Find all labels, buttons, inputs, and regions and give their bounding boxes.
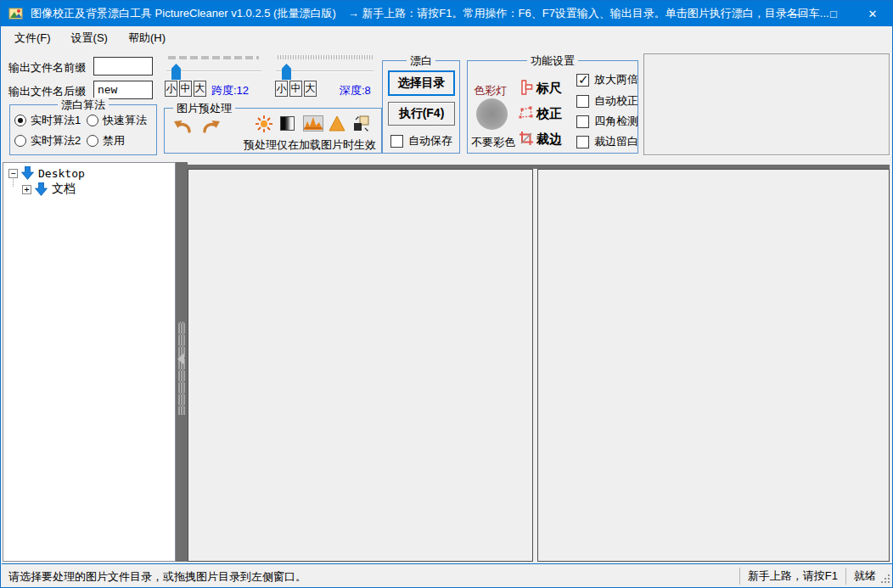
correct-icon — [519, 105, 534, 123]
zoom-double-checkbox[interactable]: 放大两倍 — [576, 72, 638, 87]
crop-icon — [519, 131, 534, 148]
gamma-icon[interactable] — [328, 115, 346, 132]
directory-tree-panel[interactable]: − Desktop + 文档 — [3, 162, 176, 562]
prefix-label: 输出文件名前缀 — [8, 60, 86, 76]
maximize-button[interactable]: □ — [814, 1, 853, 26]
radio-circle — [14, 115, 26, 126]
vertical-splitter[interactable] — [176, 162, 188, 562]
select-directory-button[interactable]: 选择目录 — [388, 70, 455, 96]
prefix-input[interactable] — [93, 57, 153, 76]
splitter-grip — [178, 322, 185, 415]
radio-circle — [87, 135, 98, 147]
tree-label: Desktop — [38, 167, 85, 180]
depth-large-button[interactable]: 大 — [304, 81, 317, 97]
control-panel: 输出文件名前缀 输出文件名后缀 漂白算法 实时算法1 快速算法 实时算法2 禁用 — [2, 50, 893, 162]
correct-tool-button[interactable]: 校正 — [519, 105, 562, 123]
whiten-group-title: 漂白 — [407, 53, 435, 69]
depth-slider-thumb[interactable] — [282, 64, 291, 80]
depth-medium-button[interactable]: 中 — [289, 81, 302, 97]
radio-label: 禁用 — [103, 133, 125, 148]
preprocess-group: 图片预处理 — [164, 108, 382, 154]
whiten-group: 漂白 选择目录 执行(F4) 自动保存 — [382, 60, 460, 154]
contrast-icon[interactable] — [280, 116, 295, 131]
histogram-icon[interactable] — [303, 115, 322, 132]
minimize-button[interactable]: — — [775, 1, 814, 26]
corner-detect-checkbox[interactable]: 四角检测 — [576, 114, 638, 129]
tree-item-desktop[interactable]: − Desktop — [8, 166, 85, 180]
checkbox-box — [576, 95, 589, 108]
checkbox-box — [390, 135, 403, 148]
checkbox-label: 四角检测 — [594, 114, 638, 129]
title-bar[interactable]: 图像校正及背景漂白工具 PictureCleaner v1.0.2.5 (批量漂… — [1, 1, 892, 26]
span-slider-thumb[interactable] — [171, 64, 181, 80]
menu-help[interactable]: 帮助(H) — [126, 28, 167, 48]
checkbox-box — [576, 74, 589, 87]
autosave-checkbox[interactable]: 自动保存 — [390, 133, 452, 148]
span-slider-ticks — [168, 56, 259, 59]
result-image-panel[interactable] — [537, 169, 890, 562]
suffix-input[interactable] — [93, 81, 153, 99]
folder-arrow-icon — [21, 166, 34, 180]
menu-file[interactable]: 文件(F) — [13, 28, 53, 48]
tree-label: 文档 — [52, 182, 76, 197]
checkbox-label: 自动校正 — [594, 93, 638, 109]
preview-panel — [643, 53, 890, 155]
radio-disable[interactable]: 禁用 — [87, 133, 125, 148]
source-image-panel[interactable] — [188, 169, 533, 562]
app-icon — [8, 7, 24, 20]
algorithm-group-title: 漂白算法 — [58, 98, 109, 113]
main-area: − Desktop + 文档 — [2, 162, 893, 563]
preprocess-note: 预处理仅在加载图片时生效 — [244, 137, 376, 153]
crop-margin-checkbox[interactable]: 裁边留白 — [576, 134, 638, 149]
redo-icon[interactable] — [202, 119, 221, 136]
radio-label: 实时算法2 — [31, 133, 81, 148]
radio-realtime1[interactable]: 实时算法1 — [14, 113, 81, 128]
depth-small-button[interactable]: 小 — [275, 81, 288, 97]
folder-arrow-icon — [35, 182, 48, 196]
ruler-icon — [519, 80, 534, 98]
app-window: 图像校正及背景漂白工具 PictureCleaner v1.0.2.5 (批量漂… — [0, 0, 893, 588]
window-title: 图像校正及背景漂白工具 PictureCleaner v1.0.2.5 (批量漂… — [31, 6, 336, 21]
collapse-icon[interactable]: − — [8, 169, 18, 178]
radio-realtime2[interactable]: 实时算法2 — [14, 133, 81, 148]
features-group-title: 功能设置 — [527, 53, 578, 69]
color-light-label: 色彩灯 — [474, 83, 507, 98]
checkbox-box — [576, 136, 589, 148]
tool-label: 校正 — [536, 106, 562, 122]
ruler-tool-button[interactable]: 标尺 — [519, 80, 562, 98]
tool-label: 标尺 — [536, 81, 562, 97]
checkbox-label: 放大两倍 — [594, 72, 638, 87]
depth-value-label: 深度:8 — [340, 83, 371, 98]
span-small-button[interactable]: 小 — [165, 81, 177, 97]
radio-circle — [87, 115, 98, 126]
span-value-label: 跨度:12 — [211, 83, 249, 98]
no-color-label: 不要彩色 — [471, 135, 515, 150]
preprocess-group-title: 图片预处理 — [173, 101, 235, 116]
resize-grip[interactable] — [880, 574, 890, 585]
tool-label: 裁边 — [536, 132, 562, 148]
features-group: 功能设置 色彩灯 不要彩色 标尺 — [467, 60, 638, 154]
invert-icon[interactable] — [352, 115, 371, 132]
status-state: 就绪 — [854, 568, 876, 584]
splitter-collapse-icon[interactable] — [177, 353, 184, 365]
brightness-icon[interactable] — [255, 115, 273, 132]
auto-correct-checkbox[interactable]: 自动校正 — [576, 93, 638, 109]
menu-settings[interactable]: 设置(S) — [70, 28, 110, 48]
checkbox-box — [576, 115, 589, 128]
crop-tool-button[interactable]: 裁边 — [519, 131, 562, 148]
expand-icon[interactable]: + — [22, 185, 31, 194]
status-divider — [739, 568, 740, 585]
span-large-button[interactable]: 大 — [194, 81, 206, 97]
checkbox-label: 自动保存 — [408, 133, 452, 148]
status-divider — [845, 568, 846, 585]
close-button[interactable]: ✕ — [853, 1, 892, 26]
color-light-indicator[interactable] — [476, 98, 508, 130]
algorithm-group: 漂白算法 实时算法1 快速算法 实时算法2 禁用 — [9, 104, 157, 155]
span-medium-button[interactable]: 中 — [179, 81, 192, 97]
tree-item-documents[interactable]: + 文档 — [22, 182, 76, 197]
radio-fast[interactable]: 快速算法 — [87, 113, 147, 128]
execute-button[interactable]: 执行(F4) — [388, 102, 455, 126]
menu-bar: 文件(F) 设置(S) 帮助(H) — [2, 26, 893, 50]
undo-icon[interactable] — [173, 119, 192, 136]
radio-circle — [14, 135, 26, 147]
